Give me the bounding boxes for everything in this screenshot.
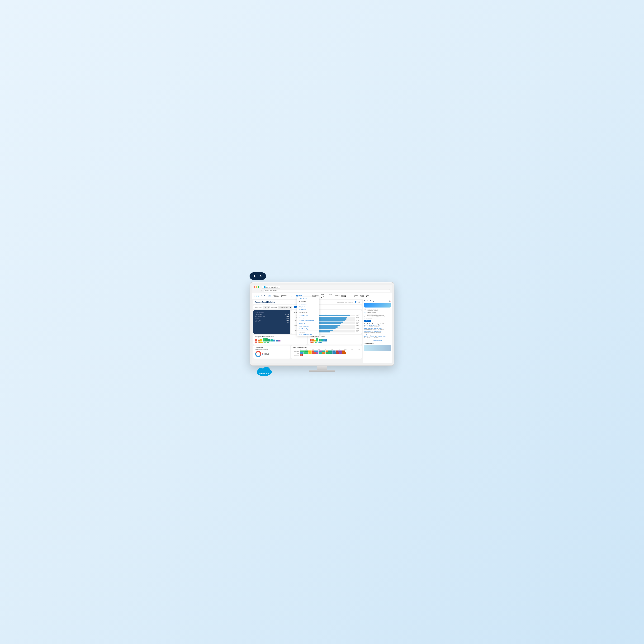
monitor-wrapper: Home | Salesforce + ← → ↻ Home | Salesfo… [250, 282, 394, 372]
stats-card-title: Accounts Details [255, 312, 289, 313]
se-label-3: 41 [318, 342, 320, 343]
nav-link-automations[interactable]: Automations [304, 295, 311, 297]
app-launcher-icon[interactable]: ⋮⋮⋮ [254, 295, 260, 297]
browser-tab[interactable]: Home | Salesforce [262, 286, 280, 289]
stage-row-closed-lost: Closed Lost [293, 354, 360, 356]
deal-name-1[interactable]: Haven Enterprises – Services – 110K [364, 328, 391, 329]
profile-icon[interactable]: 👤 [355, 301, 357, 303]
einstein-title: Einstein Insights [364, 300, 376, 302]
recent-advanced-comms[interactable]: Advanced Communications [297, 319, 319, 322]
sv-x-6: $12w [338, 349, 340, 350]
recent-haven[interactable]: Haven Enterprises [297, 325, 319, 327]
settings-icon[interactable]: ⚙ [358, 301, 360, 303]
se-bar-6 [323, 339, 325, 341]
se-label-1: 56 [312, 342, 314, 343]
nav-link-email-content[interactable]: Email Content ▾ [329, 294, 333, 298]
todays-events-title: Today's Events [364, 343, 391, 344]
maximize-window-button[interactable] [258, 286, 259, 288]
forward-button[interactable]: → [257, 289, 260, 292]
my-favorites-header: My Favorites [297, 300, 319, 303]
score-bar-8 [276, 340, 278, 341]
search-input[interactable] [371, 295, 390, 297]
nav-link-prospects[interactable]: Prospects [289, 295, 294, 297]
browser-chrome: Home | Salesforce + ← → ↻ Home | Salesfo… [252, 285, 392, 293]
data-updated-label: Data updated: Today at 2:02 AM [337, 302, 353, 303]
nav-link-snippets[interactable]: Snippets ▾ [335, 294, 339, 297]
score-bar-0 [255, 339, 257, 341]
nav-link-campaigns[interactable]: Campaigns ▾ [281, 294, 287, 297]
stat-open-opps: Open Opportunities 224 [255, 316, 289, 317]
se-bar-4 [319, 339, 321, 341]
stats-card: Accounts Details Pipeline Value $9.7M Op… [253, 310, 290, 334]
relevant-list-email-detail: Annual Marketing Email [367, 314, 384, 315]
dashboard-title: Account-Based Marketing [255, 301, 275, 303]
deal-name-2[interactable]: Omega, Inc. – New Business – 125K [364, 331, 391, 332]
dismiss-button[interactable]: Dismiss [364, 320, 371, 322]
pardot-brand: Pardot [261, 295, 266, 297]
address-bar[interactable]: Home | Salesforce [264, 289, 390, 292]
nav-link-engage-reports[interactable]: Engage Reports [360, 294, 364, 297]
recent-allied[interactable]: Allied Technologies [297, 327, 319, 330]
score-bar-4 [265, 338, 268, 341]
deal-0: Tyconet – Add-On Business – 70K Tyconet … [364, 325, 391, 327]
score-bar-7 [273, 340, 275, 341]
stat-contacts: Contacts 140 [255, 317, 289, 319]
stat-engagement-score: Avg. Engagement Score 192 [255, 319, 289, 321]
back-button[interactable]: ← [254, 289, 256, 292]
stats-list: Pipeline Value $9.7M Open Opportunities … [255, 314, 289, 323]
high-list-email-title: High List Email open rate [367, 308, 379, 310]
list-all-company[interactable]: All - Company Accounts [297, 333, 319, 336]
sv-x-0: $2 [300, 349, 301, 350]
score-bar-9 [278, 340, 280, 341]
refresh-button[interactable]: ↻ [260, 289, 263, 292]
se-bar-7 [325, 339, 327, 341]
deal-name-3[interactable]: Biospan, LLC – Services – 12K [364, 333, 391, 335]
close-window-button[interactable] [254, 286, 255, 288]
se-bar-3 [316, 338, 318, 341]
view-all-key-deals-link[interactable]: View All Key Deals [364, 339, 391, 341]
se-label-2: 72 [315, 342, 317, 343]
recent-permadyne[interactable]: Permadyne G... [297, 314, 319, 317]
nav-link-email-templates[interactable]: Email Templates ▾ [321, 294, 327, 298]
deal-name-0[interactable]: Tyconet – Add-On Business – 70K [364, 325, 391, 326]
nav-link-more[interactable]: More ▾ [366, 294, 369, 297]
favorite-larry[interactable]: Larry Baxter [297, 308, 319, 311]
donut-chart [255, 351, 261, 357]
se-label-4: 41 [320, 342, 322, 343]
browser-tab-title: Home | Salesforce [266, 286, 278, 288]
page-wrapper: Plus Home | Salesforce [250, 272, 394, 372]
sales-events-card: Sales Events by Account [308, 335, 362, 345]
browser-window-controls [254, 286, 259, 288]
date-range-filter-select[interactable]: 2 years ago to t... [278, 306, 292, 308]
nav-link-marketing-dashboard[interactable]: Marketing Dashboard [273, 294, 279, 297]
score-bar-1 [258, 340, 260, 341]
nav-link-landing-pages[interactable]: Landing Pages ▾ [341, 294, 346, 297]
relevant-list-email-title: Relevant List Email [367, 312, 384, 313]
sv-x-5: $10w [331, 349, 333, 350]
stand-base [309, 370, 335, 372]
recent-records-header: Recent records [297, 311, 319, 314]
nav-link-home[interactable]: Home [268, 295, 271, 297]
favorite-omega[interactable]: Omega, Inc. [297, 305, 319, 308]
score-label-4: 281 [267, 342, 269, 343]
sales-events-title: Sales Events by Account [310, 336, 360, 337]
favorite-acme[interactable]: Acme Partners [297, 303, 319, 305]
score-bar-3 [263, 338, 265, 341]
nav-link-reports[interactable]: Reports ▾ [354, 294, 358, 297]
opportunities-card: Opportunities Revenue Win Percentage [253, 346, 290, 359]
sv-x-4: $8w [325, 349, 326, 350]
date-range-filter-label: Date Range [271, 307, 277, 308]
einstein-sidebar: Einstein Insights 🤖 📈 High List Email op… [363, 299, 392, 363]
nav-link-content[interactable]: Content [348, 295, 352, 297]
account-name-filter-select[interactable]: All [263, 306, 270, 308]
se-bar-2 [314, 340, 316, 341]
recent-omega-llc[interactable]: Omega, LLC. [297, 322, 319, 325]
deal-detail-4: Missoula & Sons Inc. | 2/26/2025 [364, 337, 391, 338]
new-account-item[interactable]: + New Account [297, 297, 319, 300]
salesforce-cloud-logo: salesforce [256, 366, 272, 377]
deal-name-4[interactable]: Missoula & Sons Inc. – New Business – 10… [364, 336, 391, 337]
minimize-window-button[interactable] [256, 286, 257, 288]
relevant-email-insight-text: The open rate for this email is 5% highe… [364, 316, 391, 319]
new-tab-button[interactable]: + [282, 286, 283, 288]
recent-biospan[interactable]: Biospan, LLC. [297, 317, 319, 319]
